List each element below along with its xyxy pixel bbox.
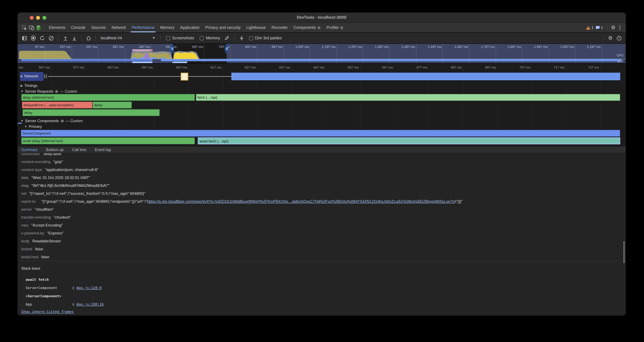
frame-source-link[interactable]: App.js:190:16 bbox=[76, 302, 104, 306]
flame-bar[interactable]: await fetch (…/api) bbox=[198, 137, 620, 144]
flame-bar[interactable]: delayedError (…ayed exception) bbox=[22, 102, 92, 109]
extension-gem-icon[interactable] bbox=[35, 24, 42, 31]
track-primary-label: Primary bbox=[29, 124, 42, 129]
warnings-badge[interactable]: 1 bbox=[586, 25, 594, 30]
bottom-tab[interactable]: Call tree bbox=[72, 147, 86, 153]
kebab-menu-icon[interactable]: ⋮ bbox=[618, 25, 622, 30]
flame-chart[interactable]: 567 ms 577 ms 587 ms 597 ms 607 ms bbox=[18, 64, 626, 147]
stack-frame: await fetch bbox=[26, 278, 619, 283]
network-row[interactable] bbox=[18, 72, 626, 81]
gc-brush-icon[interactable] bbox=[224, 34, 231, 42]
clear-icon[interactable] bbox=[47, 34, 55, 42]
property-row: transfer-encoding"chunked" bbox=[18, 215, 619, 220]
dim-3rd-parties-checkbox[interactable]: Dim 3rd parties bbox=[249, 36, 282, 40]
frame-source-link[interactable]: App.js:128:9 bbox=[76, 286, 102, 290]
ruler-tick-label: 667 ms bbox=[367, 65, 393, 69]
devtools-tab[interactable]: Console bbox=[68, 23, 88, 32]
track-primary[interactable]: ▼ Primary bbox=[24, 124, 42, 129]
overview-tick-label: 1,897 ms bbox=[494, 45, 521, 49]
reload-record-icon[interactable] bbox=[38, 34, 46, 42]
collapse-tracks-icon[interactable] bbox=[238, 34, 246, 42]
stack-frame: ServerComponent @ App.js:128:9 bbox=[26, 286, 619, 291]
summary-pane[interactable]: connection"keep-alive" content-encoding"… bbox=[18, 153, 626, 316]
devtools-tab[interactable]: Components bbox=[290, 23, 324, 32]
ruler-unit-label: ms bbox=[19, 65, 23, 69]
settings-gear-icon[interactable]: ⚙ bbox=[611, 25, 616, 30]
help-icon[interactable]: ? bbox=[615, 34, 623, 42]
ruler-tick-label: 567 ms bbox=[24, 65, 50, 69]
toggle-sidebar-icon[interactable] bbox=[20, 34, 28, 42]
devtools-tab[interactable]: Performance bbox=[129, 23, 157, 32]
devtools-tab[interactable]: Profiler bbox=[324, 23, 346, 32]
devtools-tab[interactable]: Network bbox=[109, 23, 129, 32]
bar-label: await fetch (…/api) bbox=[200, 139, 228, 143]
track-server-requests[interactable]: ▼ Server Requests — Custom bbox=[20, 89, 77, 94]
summary-scrollbar-thumb[interactable] bbox=[624, 241, 625, 263]
property-row: vary"Accept-Encoding" bbox=[18, 223, 619, 228]
flame-bar[interactable]: await delay (deferred text) bbox=[21, 137, 195, 144]
stack-trace-title: Stack trace bbox=[21, 266, 40, 271]
expand-arrow-icon[interactable]: ▶ bbox=[20, 84, 23, 87]
devtools-tab[interactable]: Elements bbox=[46, 23, 68, 32]
window-right-handle[interactable] bbox=[225, 45, 228, 53]
bottom-tab[interactable]: Bottom-up bbox=[46, 147, 64, 153]
property-value: false bbox=[41, 255, 49, 259]
track-server-components[interactable]: ▼ Server Components — Custom bbox=[20, 119, 83, 123]
flame-bar[interactable]: delay (deferred text) bbox=[21, 94, 195, 101]
home-icon[interactable] bbox=[84, 34, 92, 42]
issues-badge[interactable]: 1 bbox=[596, 25, 603, 30]
active-tab-indicator bbox=[130, 32, 156, 32]
property-row: nel"{\"report_to\":\"cf-nel\",\"success_… bbox=[18, 191, 619, 197]
property-row: bodyReadableStream bbox=[18, 239, 619, 244]
tab-label: Sources bbox=[91, 25, 106, 30]
cpu-label: CPU bbox=[617, 54, 624, 57]
server-components-row-2: await delay (deferred text)await fetch (… bbox=[18, 137, 626, 144]
collapse-arrow-icon[interactable]: ▼ bbox=[24, 125, 27, 128]
property-value: false bbox=[35, 247, 43, 251]
flame-bar[interactable]: delay bbox=[22, 109, 160, 116]
overview-tick-label: 697 ms bbox=[176, 45, 203, 49]
upload-profile-icon[interactable] bbox=[62, 34, 69, 42]
track-timings[interactable]: ▶ Timings bbox=[20, 84, 38, 88]
download-profile-icon[interactable] bbox=[70, 34, 78, 42]
memory-label: Memory bbox=[206, 36, 220, 40]
devtools-tab[interactable]: Privacy and security bbox=[202, 23, 244, 32]
divider bbox=[603, 36, 604, 41]
record-icon[interactable] bbox=[30, 34, 37, 42]
bottom-tab[interactable]: Event log bbox=[95, 147, 111, 153]
collapse-arrow-icon[interactable]: ▼ bbox=[20, 90, 24, 93]
overview-tick-label: 897 ms bbox=[228, 45, 256, 49]
panel-settings-gear-icon[interactable]: ⚙ bbox=[608, 36, 612, 41]
devtools-tab[interactable]: Sources bbox=[88, 23, 109, 32]
report-url-link[interactable]: https://a.nel.cloudflare.com/report/v4?s… bbox=[147, 199, 455, 204]
devtools-tab[interactable]: Lighthouse bbox=[244, 23, 268, 32]
property-value: "Wed, 01 Oct 2025 18:32:01 GMT" bbox=[32, 175, 90, 180]
flame-bar[interactable]: delay bbox=[92, 102, 132, 109]
window-left-handle[interactable] bbox=[170, 45, 174, 53]
network-request-bar[interactable] bbox=[181, 73, 188, 81]
property-row: bodyUsedfalse bbox=[18, 255, 619, 260]
issues-count: 1 bbox=[601, 25, 603, 30]
ruler-tick-label: 727 ms bbox=[573, 65, 599, 69]
bottom-tab[interactable]: Summary bbox=[21, 147, 38, 153]
property-value: "{\"report_to\":\"cf-nel\",\"success_fra… bbox=[29, 191, 146, 196]
devtools-tab[interactable]: Memory bbox=[157, 23, 177, 32]
overview-tick-label: 1,997 ms bbox=[520, 45, 548, 49]
flame-bar[interactable]: ServerComponent bbox=[21, 130, 620, 137]
inspect-element-icon[interactable] bbox=[21, 24, 28, 31]
device-toolbar-icon[interactable] bbox=[28, 24, 35, 31]
collapse-arrow-icon[interactable]: ▼ bbox=[20, 119, 24, 122]
screenshots-checkbox[interactable]: Screenshots bbox=[166, 36, 194, 40]
flame-bar[interactable]: fetch (…/api) bbox=[196, 94, 620, 101]
devtools-tab[interactable]: Application bbox=[177, 23, 202, 32]
property-value: "gzip" bbox=[53, 160, 63, 164]
ruler-tick-label: 627 ms bbox=[230, 65, 256, 69]
memory-checkbox[interactable]: Memory bbox=[200, 36, 220, 40]
history-select[interactable]: localhost #4 ▼ bbox=[99, 34, 157, 42]
network-request-bar[interactable] bbox=[231, 73, 620, 80]
devtools-tab[interactable]: Recorder bbox=[268, 23, 290, 32]
timeline-overview[interactable]: 97 ms 197 ms 297 ms 397 ms 497 ms bbox=[18, 44, 626, 64]
overview-tick-label: 197 ms bbox=[43, 45, 70, 49]
property-key: content-type bbox=[21, 168, 42, 172]
show-ignore-listed-link[interactable]: Show ignore-listed frames bbox=[21, 310, 74, 314]
